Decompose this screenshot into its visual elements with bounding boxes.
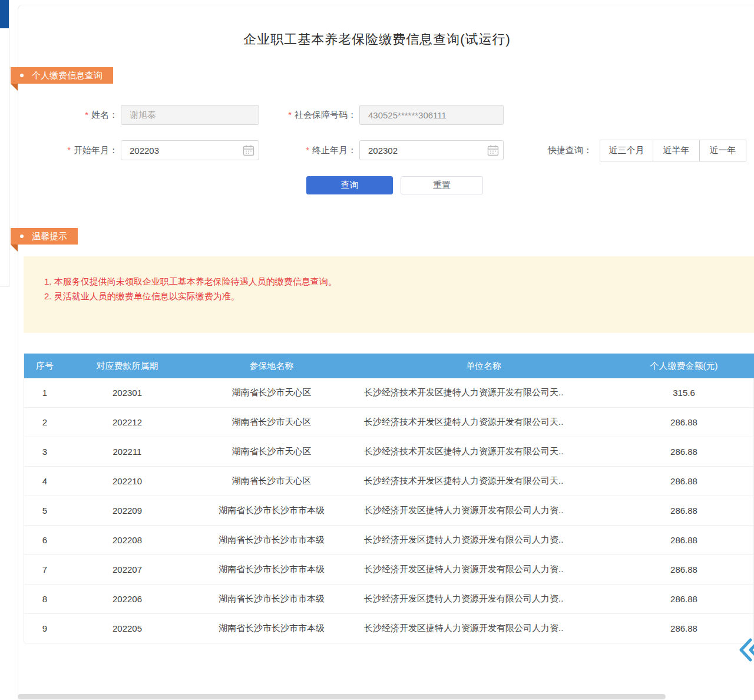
table-cell: 4 xyxy=(24,467,65,496)
ribbon-fold xyxy=(11,245,18,252)
table-cell: 286.88 xyxy=(613,467,754,496)
bullet-icon xyxy=(20,74,24,77)
collapse-chevron-icon[interactable] xyxy=(738,636,754,663)
table-header-row: 序号 对应费款所属期 参保地名称 单位名称 个人缴费金额(元) xyxy=(24,354,754,378)
table-row: 3202211湖南省长沙市天心区长沙经济技术开发区捷特人力资源开发有限公司天..… xyxy=(24,437,754,467)
table-row: 7202207湖南省长沙市长沙市市本级长沙经济开发区捷特人力资源开发有限公司人力… xyxy=(24,555,754,585)
required-asterisk: * xyxy=(67,145,71,155)
results-table: 序号 对应费款所属期 参保地名称 单位名称 个人缴费金额(元) 1202301湖… xyxy=(24,354,754,643)
calendar-icon[interactable] xyxy=(487,144,499,156)
table-row: 9202205湖南省长沙市长沙市市本级长沙经济开发区捷特人力资源开发有限公司人力… xyxy=(24,614,754,643)
table-cell: 湖南省长沙市长沙市市本级 xyxy=(189,555,354,585)
table-cell: 湖南省长沙市长沙市市本级 xyxy=(189,585,354,614)
table-cell: 202209 xyxy=(65,496,189,526)
ssn-input[interactable] xyxy=(359,105,504,125)
table-cell: 湖南省长沙市天心区 xyxy=(189,437,354,467)
table-cell: 湖南省长沙市天心区 xyxy=(189,378,354,408)
table-cell: 7 xyxy=(24,555,65,585)
section-badge-label: 个人缴费信息查询 xyxy=(32,70,102,81)
end-date-input[interactable] xyxy=(359,140,504,160)
required-asterisk: * xyxy=(306,145,309,155)
start-date-label: *开始年月： xyxy=(44,140,118,160)
table-cell: 湖南省长沙市天心区 xyxy=(189,408,354,437)
table-cell: 202212 xyxy=(65,408,189,437)
table-cell: 315.6 xyxy=(613,378,754,408)
notice-line: 2. 灵活就业人员的缴费单位信息以实际缴费为准。 xyxy=(44,289,337,303)
table-cell: 长沙经济技术开发区捷特人力资源开发有限公司天.. xyxy=(354,437,613,467)
col-header-seq: 序号 xyxy=(24,354,65,378)
required-asterisk: * xyxy=(85,110,88,120)
section-badge-personal-query: 个人缴费信息查询 xyxy=(11,67,113,84)
table-body: 1202301湖南省长沙市天心区长沙经济技术开发区捷特人力资源开发有限公司天..… xyxy=(24,378,754,643)
notice-line: 1. 本服务仅提供尚未领取企业职工基本养老保险待遇人员的缴费信息查询。 xyxy=(44,274,337,289)
table-cell: 202211 xyxy=(65,437,189,467)
table-cell: 286.88 xyxy=(613,437,754,467)
table-cell: 202205 xyxy=(65,614,189,643)
col-header-location: 参保地名称 xyxy=(189,354,354,378)
table-row: 5202209湖南省长沙市长沙市市本级长沙经济开发区捷特人力资源开发有限公司人力… xyxy=(24,496,754,526)
quick-query-label: 快捷查询： xyxy=(548,140,598,160)
end-date-label: *终止年月： xyxy=(283,140,356,160)
table-cell: 202210 xyxy=(65,467,189,496)
table-cell: 长沙经济开发区捷特人力资源开发有限公司人力资.. xyxy=(354,555,613,585)
page-title: 企业职工基本养老保险缴费信息查询(试运行) xyxy=(0,31,754,48)
name-label: *姓名： xyxy=(53,105,118,125)
quick-3months-button[interactable]: 近三个月 xyxy=(600,140,653,161)
table-cell: 长沙经济开发区捷特人力资源开发有限公司人力资.. xyxy=(354,614,613,643)
col-header-amount: 个人缴费金额(元) xyxy=(613,354,754,378)
section-badge-tips: 温馨提示 xyxy=(11,228,78,245)
required-asterisk: * xyxy=(288,110,292,120)
table-cell: 8 xyxy=(24,585,65,614)
ssn-label: *社会保障号码： xyxy=(268,105,356,125)
table-cell: 202206 xyxy=(65,585,189,614)
table-cell: 286.88 xyxy=(613,585,754,614)
table-cell: 202208 xyxy=(65,526,189,555)
table-cell: 202301 xyxy=(65,378,189,408)
table-cell: 1 xyxy=(24,378,65,408)
calendar-icon[interactable] xyxy=(243,144,254,156)
notice-box: 1. 本服务仅提供尚未领取企业职工基本养老保险待遇人员的缴费信息查询。 2. 灵… xyxy=(24,256,754,333)
table-row: 4202210湖南省长沙市天心区长沙经济技术开发区捷特人力资源开发有限公司天..… xyxy=(24,467,754,496)
table-cell: 202207 xyxy=(65,555,189,585)
table-row: 1202301湖南省长沙市天心区长沙经济技术开发区捷特人力资源开发有限公司天..… xyxy=(24,378,754,408)
query-button[interactable]: 查询 xyxy=(306,176,393,194)
table-cell: 湖南省长沙市长沙市市本级 xyxy=(189,526,354,555)
col-header-period: 对应费款所属期 xyxy=(65,354,189,378)
section-badge-label: 温馨提示 xyxy=(32,231,67,242)
table-cell: 5 xyxy=(24,496,65,526)
table-cell: 286.88 xyxy=(613,555,754,585)
sidebar-active-item[interactable] xyxy=(0,0,9,28)
quick-query-group: 近三个月 近半年 近一年 xyxy=(600,140,746,161)
horizontal-scrollbar[interactable] xyxy=(18,694,666,699)
table-row: 6202208湖南省长沙市长沙市市本级长沙经济开发区捷特人力资源开发有限公司人力… xyxy=(24,526,754,555)
table-cell: 长沙经济开发区捷特人力资源开发有限公司人力资.. xyxy=(354,585,613,614)
name-input[interactable] xyxy=(121,105,259,125)
reset-button[interactable]: 重置 xyxy=(401,176,483,194)
table-cell: 286.88 xyxy=(613,496,754,526)
table-cell: 2 xyxy=(24,408,65,437)
table-row: 2202212湖南省长沙市天心区长沙经济技术开发区捷特人力资源开发有限公司天..… xyxy=(24,408,754,437)
table-cell: 湖南省长沙市长沙市市本级 xyxy=(189,496,354,526)
table-row: 8202206湖南省长沙市长沙市市本级长沙经济开发区捷特人力资源开发有限公司人力… xyxy=(24,585,754,614)
table-cell: 湖南省长沙市长沙市市本级 xyxy=(189,614,354,643)
table-cell: 长沙经济技术开发区捷特人力资源开发有限公司天.. xyxy=(354,467,613,496)
table-cell: 9 xyxy=(24,614,65,643)
table-cell: 长沙经济开发区捷特人力资源开发有限公司人力资.. xyxy=(354,526,613,555)
table-cell: 长沙经济开发区捷特人力资源开发有限公司人力资.. xyxy=(354,496,613,526)
quick-1year-button[interactable]: 近一年 xyxy=(699,140,746,161)
table-cell: 286.88 xyxy=(613,614,754,643)
table-cell: 6 xyxy=(24,526,65,555)
quick-6months-button[interactable]: 近半年 xyxy=(653,140,700,161)
table-cell: 3 xyxy=(24,437,65,467)
bullet-icon xyxy=(20,235,24,238)
table-cell: 湖南省长沙市天心区 xyxy=(189,467,354,496)
table-cell: 286.88 xyxy=(613,526,754,555)
ribbon-fold xyxy=(11,84,18,91)
table-cell: 长沙经济技术开发区捷特人力资源开发有限公司天.. xyxy=(354,378,613,408)
table-cell: 286.88 xyxy=(613,408,754,437)
col-header-company: 单位名称 xyxy=(354,354,613,378)
start-date-input[interactable] xyxy=(121,140,259,160)
table-cell: 长沙经济技术开发区捷特人力资源开发有限公司天.. xyxy=(354,408,613,437)
